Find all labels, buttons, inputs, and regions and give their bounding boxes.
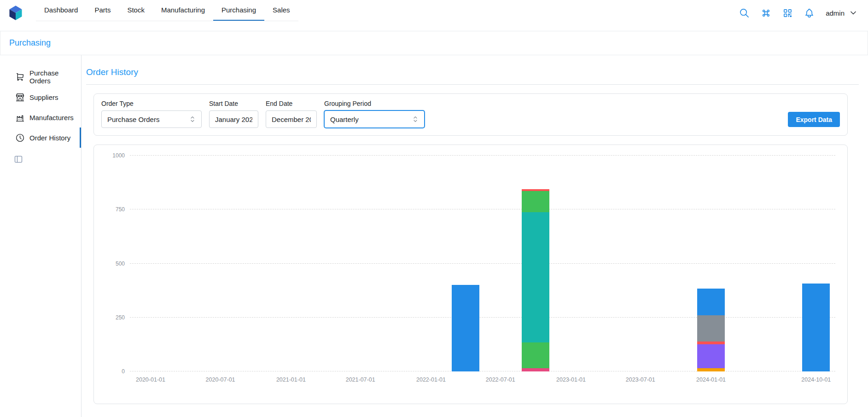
title-divider [86,84,859,85]
order-type-value: Purchase Orders [107,116,159,123]
y-axis-tick-label: 750 [116,206,125,213]
order-type-field: Order Type Purchase Orders [101,100,202,128]
breadcrumb[interactable]: Purchasing [9,38,51,48]
logo-icon [7,5,24,21]
command-icon[interactable] [761,8,771,18]
qr-scan-icon[interactable] [782,8,793,18]
end-date-input[interactable] [266,110,317,128]
chart-bar-segment [522,191,549,212]
y-axis-tick-label: 1000 [112,152,125,159]
chart-bar-segment [522,368,549,371]
x-axis-tick-label: 2021-07-01 [346,376,375,383]
gridline [130,263,835,264]
sidebar-item-label: Purchase Orders [29,69,81,85]
filter-panel: Order Type Purchase Orders Start Date En… [93,93,848,136]
tab-stock[interactable]: Stock [119,0,153,21]
gridline [130,155,835,156]
main-layout: Purchase OrdersSuppliersManufacturersOrd… [0,55,868,417]
tab-manufacturing[interactable]: Manufacturing [153,0,213,21]
sidebar-item-suppliers[interactable]: Suppliers [0,87,81,107]
tab-purchasing[interactable]: Purchasing [213,0,264,21]
chart-bar-segment [522,342,549,368]
chart-bar[interactable] [522,189,549,371]
history-icon [15,133,25,143]
y-axis-tick-label: 250 [116,314,125,321]
x-axis-tick-label: 2024-10-01 [801,376,831,383]
gridline [130,209,835,209]
notifications-bell-icon[interactable] [804,8,815,18]
chart-bar-segment [697,289,725,315]
chart-bar-segment [697,368,725,371]
page-title: Order History [86,67,859,77]
tab-parts[interactable]: Parts [86,0,119,21]
order-type-select[interactable]: Purchase Orders [101,110,202,128]
grouping-period-field: Grouping Period Quarterly [324,100,425,128]
search-icon[interactable] [739,8,750,18]
selector-icon [411,115,419,123]
sidebar-item-order-history[interactable]: Order History [0,127,81,148]
sidebar-item-label: Suppliers [29,93,58,101]
username: admin [826,9,845,17]
main-nav: DashboardPartsStockManufacturingPurchasi… [36,0,298,21]
x-axis-tick-label: 2022-01-01 [416,376,446,383]
user-menu[interactable]: admin [826,8,858,17]
x-axis-tick-label: 2022-07-01 [486,376,515,383]
chart-bar[interactable] [697,289,725,371]
chart-bar-segment [522,212,549,342]
app-logo[interactable] [7,5,24,21]
sidebar-item-label: Manufacturers [29,114,74,122]
sidebar: Purchase OrdersSuppliersManufacturersOrd… [0,55,82,417]
end-date-label: End Date [266,100,317,107]
tab-dashboard[interactable]: Dashboard [36,0,86,21]
navbar-actions: admin [739,8,858,18]
y-axis-tick-label: 0 [122,368,125,375]
end-date-field: End Date [266,100,317,128]
chart-bar[interactable] [452,285,479,371]
storefront-icon [15,93,25,102]
sidebar-item-manufacturers[interactable]: Manufacturers [0,107,81,127]
gridline [130,371,835,371]
chart-card: 025050075010002020-01-012020-07-012021-0… [93,145,848,404]
start-date-label: Start Date [209,100,258,107]
factory-icon [15,113,25,122]
export-data-button[interactable]: Export Data [788,112,840,127]
start-date-input[interactable] [209,110,258,128]
x-axis-tick-label: 2021-01-01 [276,376,306,383]
x-axis-tick-label: 2020-01-01 [136,376,165,383]
sidebar-items: Purchase OrdersSuppliersManufacturersOrd… [0,67,81,148]
chart-bar-segment [802,284,830,371]
tab-sales[interactable]: Sales [264,0,298,21]
grouping-period-select[interactable]: Quarterly [324,110,425,128]
gridline [130,317,835,318]
chart-bar[interactable] [802,284,830,371]
grouping-period-label: Grouping Period [324,100,425,107]
chart-bar-segment [697,315,725,342]
sidebar-collapse-icon[interactable] [14,155,23,164]
x-axis-tick-label: 2023-01-01 [556,376,586,383]
order-type-label: Order Type [101,100,202,107]
top-navbar: DashboardPartsStockManufacturingPurchasi… [0,0,868,26]
chart-bar-segment [452,285,479,371]
sidebar-item-purchase-orders[interactable]: Purchase Orders [0,67,81,87]
chart-plot: 025050075010002020-01-012020-07-012021-0… [130,156,835,371]
x-axis-tick-label: 2024-01-01 [696,376,726,383]
x-axis-tick-label: 2023-07-01 [626,376,655,383]
sidebar-item-label: Order History [29,134,70,142]
x-axis-tick-label: 2020-07-01 [206,376,235,383]
grouping-period-value: Quarterly [330,116,359,123]
content-area: Order History Order Type Purchase Orders… [82,55,868,417]
start-date-field: Start Date [209,100,258,128]
selector-icon [188,115,197,123]
breadcrumb-panel: Purchasing [0,31,868,55]
shopping-cart-icon [15,72,25,82]
chevron-down-icon [849,8,858,17]
y-axis-tick-label: 500 [116,261,125,267]
chart-bar-segment [697,344,725,369]
